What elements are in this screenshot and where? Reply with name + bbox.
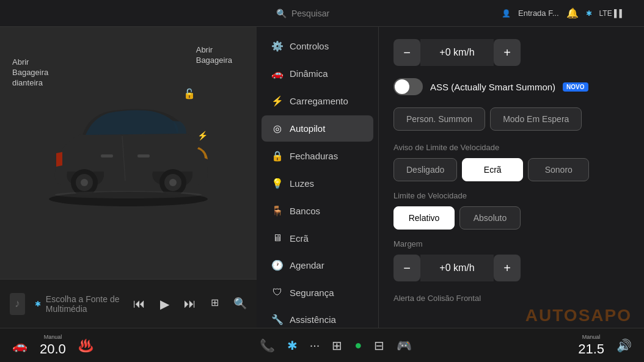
speed-value: +0 km/h bbox=[420, 39, 494, 66]
person-summon-button[interactable]: Person. Summon bbox=[393, 107, 485, 131]
taskbar-grid[interactable]: ⊟ bbox=[374, 338, 384, 353]
music-icon: ♪ bbox=[15, 297, 20, 310]
sidebar-item-ecra[interactable]: 🖥 Ecrã bbox=[262, 225, 373, 251]
taskbar-bluetooth[interactable]: ✱ bbox=[287, 338, 298, 353]
desligado-button[interactable]: Desligado bbox=[393, 158, 457, 181]
controlos-icon: ⚙️ bbox=[271, 40, 284, 52]
sidebar-item-bancos[interactable]: 🪑 Bancos bbox=[262, 198, 373, 224]
plus-icon: + bbox=[503, 46, 511, 60]
svg-point-10 bbox=[55, 191, 202, 198]
search-placeholder: Pesquisar bbox=[291, 9, 329, 18]
bluetooth-taskbar-icon: ✱ bbox=[287, 338, 298, 353]
sidebar-item-controlos[interactable]: ⚙️ Controlos bbox=[262, 33, 373, 59]
taskbar-apps[interactable]: ⊞ bbox=[332, 338, 342, 353]
margem-plus-icon: + bbox=[503, 261, 511, 275]
luzes-label: Luzes bbox=[290, 178, 314, 189]
speed-offset-control: − +0 km/h + bbox=[393, 39, 629, 66]
carregamento-label: Carregamento bbox=[290, 96, 348, 106]
taskbar-spotify[interactable]: ● bbox=[354, 338, 362, 352]
notification-icon: 🔔 bbox=[566, 7, 579, 19]
sidebar-item-agendar[interactable]: 🕐 Agendar bbox=[262, 252, 373, 278]
sidebar-item-carregamento[interactable]: ⚡ Carregamento bbox=[262, 88, 373, 114]
sidebar-item-assistencia[interactable]: 🔧 Assistência bbox=[262, 306, 373, 328]
trunk-front-label[interactable]: AbrirBagageiradianteira bbox=[12, 57, 48, 89]
user-icon: 👤 bbox=[502, 9, 511, 18]
bancos-label: Bancos bbox=[290, 206, 320, 216]
carregamento-icon: ⚡ bbox=[271, 95, 284, 107]
top-bar: 🔍 Pesquisar 👤 Entrada F... 🔔 ✱ LTE ▌▌ bbox=[0, 0, 644, 27]
car-display bbox=[24, 86, 232, 220]
taskbar-temp-right[interactable]: Manual 21.5 bbox=[578, 334, 604, 357]
margem-control: − +0 km/h + bbox=[393, 255, 629, 281]
autopilot-icon: ◎ bbox=[271, 123, 284, 134]
taskbar-volume[interactable]: 🔊 bbox=[617, 338, 632, 353]
search-box[interactable]: 🔍 Pesquisar bbox=[276, 9, 329, 18]
top-bar-right: 🔍 Pesquisar 👤 Entrada F... 🔔 ✱ LTE ▌▌ bbox=[266, 7, 634, 19]
agendar-label: Agendar bbox=[290, 260, 324, 270]
margem-value-text: +0 km/h bbox=[439, 262, 474, 273]
summon-buttons: Person. Summon Modo Em Espera bbox=[393, 107, 629, 131]
ecra-icon: 🖥 bbox=[271, 233, 284, 244]
apps-icon: ⊞ bbox=[332, 338, 342, 353]
ecra-button[interactable]: Ecrã bbox=[462, 158, 523, 181]
sidebar-item-luzes[interactable]: 💡 Luzes bbox=[262, 170, 373, 197]
margem-plus-button[interactable]: + bbox=[494, 255, 521, 281]
bt-icon: ✱ bbox=[35, 300, 41, 308]
trunk-rear-label[interactable]: AbrirBagageira bbox=[196, 45, 232, 66]
alerta-colisao-title: Alerta de Colisão Frontal bbox=[393, 294, 629, 303]
taskbar-heat[interactable]: ♨️ bbox=[78, 338, 93, 353]
car-taskbar-icon: 🚗 bbox=[12, 338, 27, 353]
next-button[interactable]: ⏭ bbox=[184, 297, 196, 311]
entrada-label: Entrada F... bbox=[518, 9, 558, 18]
taskbar-game[interactable]: 🎮 bbox=[397, 338, 412, 353]
equalizer-button[interactable]: ⊞ bbox=[211, 297, 219, 311]
fechaduras-label: Fechaduras bbox=[290, 151, 338, 161]
modo-espera-button[interactable]: Modo Em Espera bbox=[490, 107, 582, 131]
car-svg bbox=[24, 86, 232, 208]
spotify-icon: ● bbox=[354, 338, 362, 352]
fechaduras-icon: 🔒 bbox=[271, 150, 284, 162]
taskbar: 🚗 Manual 20.0 ♨️ 📞 ✱ ··· ⊞ ● ⊟ 🎮 Manual … bbox=[0, 328, 644, 362]
speed-plus-button[interactable]: + bbox=[494, 39, 521, 66]
taskbar-more[interactable]: ··· bbox=[310, 338, 320, 352]
margem-value: +0 km/h bbox=[420, 255, 494, 281]
relativo-button[interactable]: Relativo bbox=[393, 206, 455, 230]
svg-point-3 bbox=[81, 179, 88, 186]
dinamica-label: Dinâmica bbox=[290, 68, 328, 79]
seguranca-label: Segurança bbox=[290, 288, 334, 298]
taskbar-phone[interactable]: 📞 bbox=[260, 338, 275, 353]
sidebar-item-fechaduras[interactable]: 🔒 Fechaduras bbox=[262, 143, 373, 169]
prev-button[interactable]: ⏮ bbox=[133, 297, 145, 311]
dinamica-icon: 🚗 bbox=[271, 68, 284, 79]
sidebar-item-autopilot[interactable]: ◎ Autopilot bbox=[262, 115, 373, 142]
media-thumbnail: ♪ bbox=[10, 293, 25, 315]
bancos-icon: 🪑 bbox=[271, 205, 284, 217]
absoluto-button[interactable]: Absoluto bbox=[459, 206, 521, 230]
temp-right-number: 21.5 bbox=[578, 341, 604, 357]
speed-minus-button[interactable]: − bbox=[393, 39, 420, 66]
assistencia-label: Assistência bbox=[290, 314, 336, 325]
bluetooth-icon: ✱ bbox=[586, 9, 592, 18]
signal-icon: LTE ▌▌ bbox=[599, 9, 624, 18]
svg-point-6 bbox=[169, 179, 177, 186]
sidebar-item-dinamica[interactable]: 🚗 Dinâmica bbox=[262, 60, 373, 87]
ecra-label: Ecrã bbox=[290, 233, 309, 244]
volume-icon: 🔊 bbox=[617, 338, 632, 353]
temp-left-label: Manual bbox=[44, 334, 62, 340]
taskbar-car[interactable]: 🚗 bbox=[12, 338, 27, 353]
temp-right-label: Manual bbox=[582, 334, 601, 340]
margem-minus-button[interactable]: − bbox=[393, 255, 420, 281]
search-media-button[interactable]: 🔍 bbox=[233, 297, 247, 311]
sonoro-button[interactable]: Sonoro bbox=[528, 158, 589, 181]
assistencia-icon: 🔧 bbox=[271, 314, 284, 325]
new-badge: NOVO bbox=[563, 82, 588, 92]
taskbar-temp-left[interactable]: Manual 20.0 bbox=[40, 334, 66, 357]
ass-toggle[interactable] bbox=[393, 78, 423, 95]
play-button[interactable]: ▶ bbox=[160, 297, 169, 311]
settings-sidebar: ⚙️ Controlos 🚗 Dinâmica ⚡ Carregamento ◎… bbox=[257, 27, 379, 328]
svg-rect-8 bbox=[101, 154, 113, 157]
media-source-label: Escolha a Fonte de Multimédia bbox=[46, 294, 123, 314]
sidebar-item-seguranca[interactable]: 🛡 Segurança bbox=[262, 280, 373, 305]
media-controls[interactable]: ⏮ ▶ ⏭ ⊞ 🔍 bbox=[133, 297, 247, 311]
phone-icon: 📞 bbox=[260, 338, 275, 353]
